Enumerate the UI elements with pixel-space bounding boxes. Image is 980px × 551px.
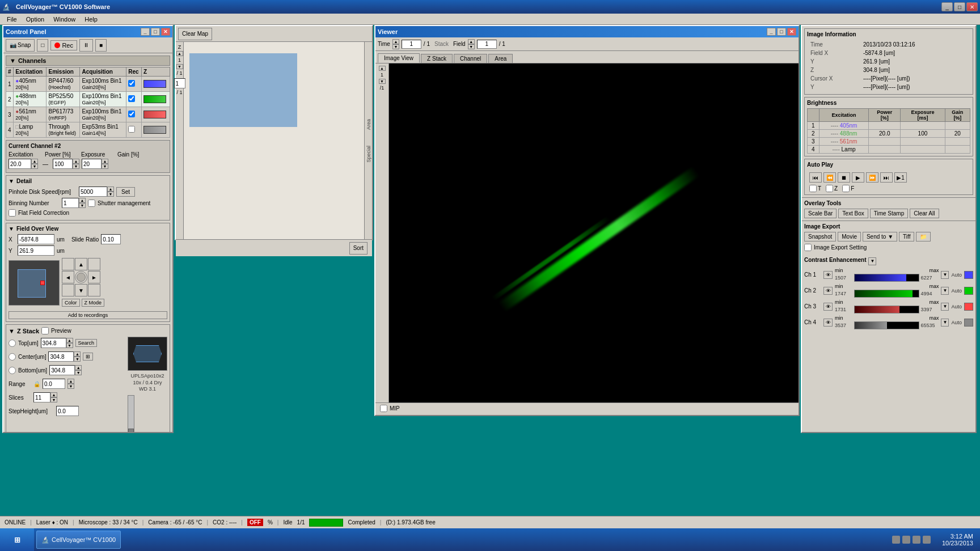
clear-map-button[interactable]: Clear Map [178,28,212,40]
top-up[interactable]: ▲ [66,338,73,343]
z-checkbox[interactable] [826,185,833,192]
bottom-radio[interactable] [9,367,16,374]
send-to-btn[interactable]: Send to ▼ [863,232,897,241]
ch4-color-swatch[interactable] [964,319,973,327]
tab-z-stack[interactable]: Z Stack [421,54,453,63]
center-set-btn[interactable]: ⊞ [83,353,93,361]
nav-upright[interactable] [88,258,100,270]
viewer-z-down[interactable]: ▼ [379,79,386,84]
slices-down[interactable]: ▼ [50,397,57,402]
play-play-btn[interactable]: ▶ [852,172,864,183]
ch4-rec[interactable] [126,122,142,138]
y-input[interactable] [18,245,54,256]
ch2-color-swatch[interactable] [964,287,973,295]
field-up[interactable]: ▲ [468,39,475,44]
mip-checkbox[interactable] [380,405,387,412]
pinhole-input[interactable] [79,187,107,197]
viewer-close[interactable]: ✕ [787,28,796,36]
slide-ratio-input[interactable] [101,234,121,244]
play-next-btn[interactable]: ⏩ [866,172,878,183]
power-input[interactable] [9,159,31,169]
ch3-rec[interactable] [126,107,142,122]
ch2-slider[interactable] [854,290,919,298]
menu-help[interactable]: Help [80,15,102,24]
slices-up[interactable]: ▲ [50,392,57,397]
close-button[interactable]: ✕ [966,2,978,11]
range-input[interactable] [43,379,65,389]
f-checkbox[interactable] [842,185,850,192]
taskbar-app-cellyoyager[interactable]: 🔬 CellVoyager™ CV1000 [36,531,121,549]
export-setting-checkbox[interactable] [804,244,812,251]
nav-upleft[interactable] [62,258,74,270]
ch1-dropdown[interactable]: ▼ [941,271,949,279]
play-step-btn[interactable]: ▶1 [894,172,907,183]
step-input[interactable] [56,406,79,416]
viewer-maximize[interactable]: □ [777,28,786,36]
range-down[interactable]: ▼ [67,384,74,389]
maximize-button[interactable]: □ [954,2,965,11]
nav-right[interactable]: ► [88,271,100,283]
snapshot-btn[interactable]: Snapshot [804,232,836,241]
power-up[interactable]: ▲ [31,159,38,164]
add-to-recordings-button[interactable]: Add to recordings [9,311,167,319]
search-button[interactable]: Search [75,339,98,347]
ch1-slider[interactable] [854,274,919,282]
shutter-checkbox[interactable] [88,200,95,207]
range-up[interactable]: ▲ [67,379,74,384]
center-down[interactable]: ▼ [74,357,81,362]
t-checkbox[interactable] [809,185,817,192]
center-radio[interactable] [9,353,16,361]
cp-maximize-btn[interactable]: □ [151,28,160,36]
tiff-btn[interactable]: Tiff [899,232,914,241]
text-box-btn[interactable]: Text Box [838,209,868,218]
small-btn-2[interactable]: □ [37,39,48,52]
x-input[interactable] [18,234,54,244]
center-up[interactable]: ▲ [74,351,81,357]
cp-minimize-btn[interactable]: _ [141,28,150,36]
gain-input[interactable] [82,159,102,169]
viewer-minimize[interactable]: _ [767,28,776,36]
pinhole-down[interactable]: ▼ [107,192,114,197]
stop-button[interactable]: ■ [95,39,107,52]
z-stack-preview-checkbox[interactable] [41,327,49,334]
z-up-arrow[interactable]: ▲ [176,51,183,56]
set-button[interactable]: Set [116,187,135,197]
menu-option[interactable]: Option [22,15,49,24]
gain-down[interactable]: ▼ [102,164,108,169]
ch1-color-swatch[interactable] [964,271,973,279]
flat-field-checkbox[interactable] [9,209,16,217]
exposure-up[interactable]: ▲ [73,159,79,164]
tab-area[interactable]: Area [488,54,513,63]
nav-downright[interactable] [88,284,100,296]
ch4-dropdown[interactable]: ▼ [941,319,949,327]
gain-up[interactable]: ▲ [102,159,108,164]
scale-bar-btn[interactable]: Scale Bar [804,209,837,218]
snap-button[interactable]: 📷 Snap [6,39,35,52]
nav-up[interactable]: ▲ [75,258,87,270]
ch2-eye-btn[interactable]: 👁 [823,287,833,295]
menu-file[interactable]: File [2,15,22,24]
bottom-up[interactable]: ▲ [75,365,82,370]
sort-button[interactable]: Sort [349,242,368,255]
menu-window[interactable]: Window [49,15,80,24]
binning-up[interactable]: ▲ [79,198,86,203]
tab-channel[interactable]: Channel [454,54,487,63]
nav-center[interactable] [75,271,87,283]
tab-image-view[interactable]: Image View [378,53,420,63]
ch1-eye-btn[interactable]: 👁 [823,271,833,279]
field-input[interactable] [477,40,497,49]
ch4-slider[interactable] [854,321,919,329]
pinhole-up[interactable]: ▲ [107,187,114,192]
nav-downleft[interactable] [62,284,74,296]
play-prev-btn[interactable]: ⏪ [823,172,836,183]
z-mode-button[interactable]: Z Mode [82,299,105,307]
time-up[interactable]: ▲ [392,39,399,44]
folder-btn[interactable]: 📁 [916,232,931,241]
time-input[interactable] [402,40,421,49]
play-stop-btn[interactable]: ⏹ [838,172,850,183]
time-stamp-btn[interactable]: Time Stamp [870,209,909,218]
ch4-eye-btn[interactable]: 👁 [823,319,833,327]
cp-close-btn[interactable]: ✕ [161,28,170,36]
ch3-eye-btn[interactable]: 👁 [823,303,833,311]
time-down[interactable]: ▼ [392,44,399,49]
